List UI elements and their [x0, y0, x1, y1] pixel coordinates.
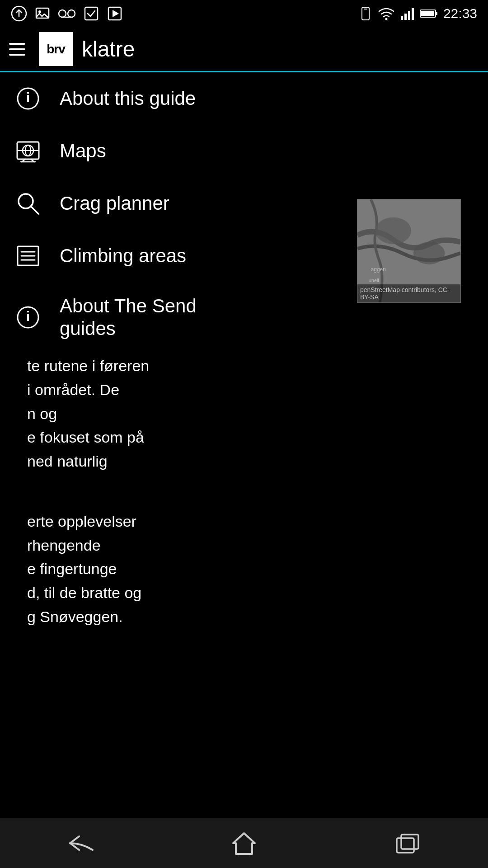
- svg-text:aggen: aggen: [371, 266, 386, 273]
- svg-text:unell: unell: [369, 278, 379, 283]
- back-button[interactable]: [63, 827, 99, 859]
- globe-icon: [14, 137, 42, 165]
- voicemail-icon: [58, 5, 76, 22]
- svg-rect-42: [401, 835, 418, 849]
- svg-rect-12: [401, 16, 403, 20]
- svg-line-34: [31, 206, 38, 214]
- svg-text:i: i: [26, 90, 30, 105]
- play-icon: [107, 5, 123, 22]
- svg-rect-18: [421, 11, 434, 16]
- svg-point-20: [375, 217, 411, 244]
- svg-rect-43: [397, 838, 414, 853]
- drawer-menu: i About this guide Maps Cra: [0, 72, 246, 353]
- menu-item-climbing-areas[interactable]: Climbing areas: [0, 230, 246, 282]
- nav-bar: [0, 818, 488, 868]
- phone-icon: [358, 6, 373, 21]
- menu-label-climbing-areas: Climbing areas: [60, 245, 186, 267]
- svg-point-2: [38, 10, 41, 13]
- signal-icon: [400, 6, 414, 21]
- svg-point-11: [385, 18, 387, 20]
- map-thumbnail: aggen unell penStreetMap contributors, C…: [357, 199, 461, 303]
- svg-point-4: [68, 10, 75, 17]
- svg-marker-41: [233, 833, 255, 854]
- menu-item-about-send[interactable]: i About The Sendguides: [0, 282, 246, 353]
- battery-icon: [420, 8, 438, 19]
- status-bar: 22:33: [0, 0, 488, 27]
- svg-rect-17: [436, 12, 437, 15]
- svg-rect-13: [404, 14, 407, 20]
- svg-point-3: [59, 10, 66, 17]
- menu-label-about-send: About The Sendguides: [60, 295, 197, 340]
- bg-body-text-2: erte opplevelser rhengende e fingertunge…: [27, 509, 461, 628]
- upload-icon: [11, 5, 27, 22]
- info-icon-1: i: [14, 85, 42, 112]
- search-icon: [14, 190, 42, 217]
- svg-rect-14: [408, 11, 410, 20]
- menu-label-maps: Maps: [60, 140, 106, 162]
- logo-text: brv: [47, 42, 65, 57]
- app-header: brv klatre: [0, 27, 488, 72]
- app-title: klatre: [82, 37, 135, 61]
- image-icon: [34, 5, 51, 22]
- svg-rect-6: [85, 7, 98, 20]
- time-display: 22:33: [443, 6, 477, 21]
- menu-item-about-guide[interactable]: i About this guide: [0, 72, 246, 125]
- menu-label-about-guide: About this guide: [60, 87, 196, 110]
- task-icon: [83, 5, 99, 22]
- svg-marker-8: [113, 10, 119, 17]
- recent-apps-button[interactable]: [389, 827, 425, 859]
- menu-item-maps[interactable]: Maps: [0, 125, 246, 177]
- wifi-icon: [378, 7, 394, 20]
- home-button[interactable]: [226, 827, 262, 859]
- list-icon: [14, 242, 42, 269]
- menu-label-crag-planner: Crag planner: [60, 192, 169, 215]
- svg-rect-15: [412, 8, 414, 20]
- app-logo: brv: [39, 32, 73, 66]
- status-right: 22:33: [358, 6, 477, 21]
- svg-point-21: [413, 242, 445, 264]
- map-watermark: penStreetMap contributors, CC-BY-SA: [357, 284, 460, 302]
- status-icons: [11, 5, 123, 22]
- menu-item-crag-planner[interactable]: Crag planner: [0, 177, 246, 230]
- menu-button[interactable]: [9, 43, 25, 56]
- svg-text:i: i: [26, 309, 30, 324]
- info-icon-2: i: [14, 304, 42, 331]
